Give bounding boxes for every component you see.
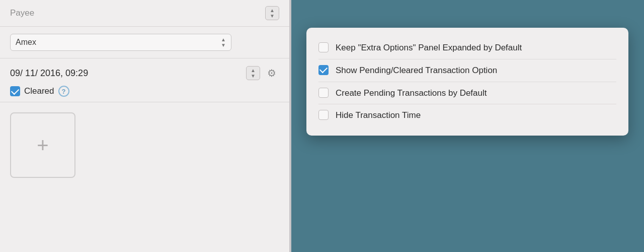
menu-item-show-pending-cleared: Show Pending/Cleared Transaction Option <box>318 59 616 82</box>
menu-item-label-create-pending: Create Pending Transactions by Default <box>336 87 487 99</box>
menu-item-label-show-pending-cleared: Show Pending/Cleared Transaction Option <box>336 65 497 77</box>
date-stepper-icon: ▲ ▼ <box>251 68 256 79</box>
popup-menu: Keep "Extra Options" Panel Expanded by D… <box>306 28 628 136</box>
stepper-arrows-icon: ▲ ▼ <box>270 8 275 19</box>
add-button[interactable]: + <box>10 112 75 178</box>
date-stepper[interactable]: ▲ ▼ <box>246 66 260 80</box>
cleared-label: Cleared <box>24 86 54 96</box>
checkbox-keep-extra-options[interactable] <box>318 42 329 52</box>
checkbox-hide-transaction-time[interactable] <box>318 110 329 120</box>
menu-item-label-keep-extra-options: Keep "Extra Options" Panel Expanded by D… <box>336 42 522 54</box>
payee-stepper[interactable]: ▲ ▼ <box>265 6 279 20</box>
cleared-line: Cleared ? <box>10 86 279 97</box>
date-controls: ▲ ▼ ⚙ <box>246 66 279 81</box>
plus-icon: + <box>37 135 48 155</box>
date-row: 09/ 11/ 2016, 09:29 ▲ ▼ ⚙ Cleared ? <box>0 58 289 102</box>
checkbox-show-pending-cleared[interactable] <box>318 65 329 75</box>
menu-item-label-hide-transaction-time: Hide Transaction Time <box>336 109 421 121</box>
cleared-help-button[interactable]: ? <box>58 86 69 97</box>
checkbox-create-pending[interactable] <box>318 88 329 98</box>
payee-row: Payee ▲ ▼ <box>0 0 289 27</box>
menu-item-keep-extra-options: Keep "Extra Options" Panel Expanded by D… <box>318 37 616 59</box>
menu-item-hide-transaction-time: Hide Transaction Time <box>318 104 616 127</box>
add-row: + <box>0 102 289 188</box>
amex-row: Amex ▲ ▼ <box>0 27 289 58</box>
date-line: 09/ 11/ 2016, 09:29 ▲ ▼ ⚙ <box>10 66 279 81</box>
amex-stepper-icon: ▲ ▼ <box>221 37 226 48</box>
menu-item-create-pending: Create Pending Transactions by Default <box>318 82 616 104</box>
cleared-checkbox[interactable] <box>10 86 20 96</box>
payee-label: Payee <box>10 8 34 18</box>
left-panel: Payee ▲ ▼ Amex ▲ ▼ 09/ 11/ 2016, 09:29 ▲ <box>0 0 289 252</box>
right-side: Keep "Extra Options" Panel Expanded by D… <box>291 0 644 252</box>
amex-select[interactable]: Amex ▲ ▼ <box>10 34 231 51</box>
amex-value: Amex <box>16 38 36 47</box>
date-value: 09/ 11/ 2016, 09:29 <box>10 68 88 79</box>
gear-button[interactable]: ⚙ <box>264 66 279 81</box>
